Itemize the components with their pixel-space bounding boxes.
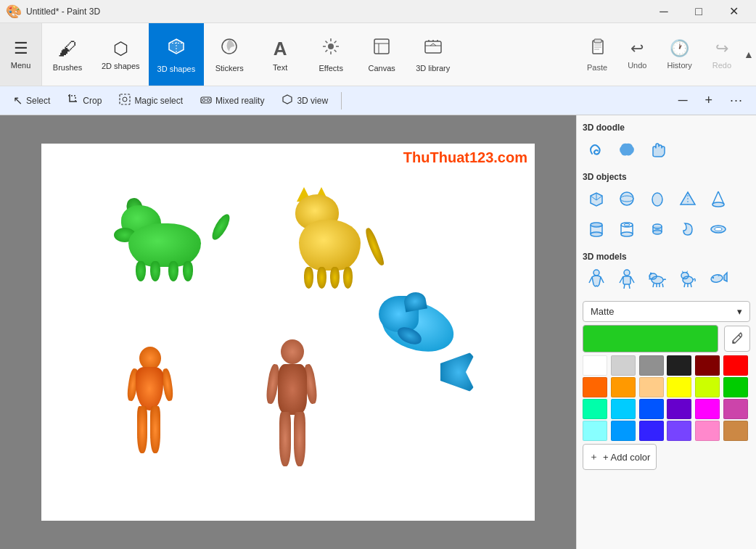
tab-3dshapes[interactable]: 3D shapes (149, 23, 205, 86)
mixed-reality-button[interactable]: Mixed reality (193, 89, 271, 112)
brown-male-figure[interactable] (266, 339, 317, 492)
plus-icon: ＋ (589, 450, 599, 463)
tab-stickers[interactable]: Stickers (204, 23, 255, 86)
color-pink[interactable] (723, 399, 748, 419)
svg-point-33 (621, 223, 633, 227)
orange-female-figure[interactable] (128, 347, 172, 492)
maximize-button[interactable]: □ (682, 0, 715, 23)
objects-shapes-grid (583, 185, 750, 243)
doodle-shape-hand[interactable] (644, 136, 671, 163)
3d-cylinder-shape[interactable] (583, 215, 610, 243)
minimize-button[interactable]: ─ (647, 0, 681, 23)
tab-canvas[interactable]: Canvas (356, 23, 407, 86)
3dlibrary-label: 3D library (416, 64, 450, 73)
3d-pyramid-shape[interactable] (674, 185, 702, 212)
3d-cube-shape[interactable] (583, 185, 610, 212)
color-peach[interactable] (639, 377, 664, 397)
paint-canvas[interactable]: ThuThuat123.com (41, 144, 535, 521)
3dshapes-icon (166, 36, 186, 62)
svg-line-46 (589, 277, 592, 283)
svg-point-35 (621, 232, 633, 236)
model-cat[interactable] (674, 265, 702, 292)
doodle-section: 3D doodle (583, 123, 750, 166)
color-red[interactable] (723, 355, 748, 376)
color-light-gray[interactable] (611, 355, 636, 376)
3d-cone-shape[interactable] (704, 185, 732, 212)
model-dog[interactable] (644, 265, 671, 292)
menu-tab[interactable]: ☰ Menu (0, 23, 42, 86)
canvas-area[interactable]: ThuThuat123.com (0, 115, 576, 549)
crop-button[interactable]: Crop (60, 89, 109, 112)
color-cyan[interactable] (611, 399, 636, 419)
color-orange[interactable] (583, 377, 607, 397)
3d-egg-shape[interactable] (644, 185, 671, 212)
doodle-shape-blob[interactable] (613, 136, 641, 163)
color-dark-red[interactable] (695, 355, 720, 376)
tab-2dshapes[interactable]: ⬡ 2D shapes (93, 23, 149, 86)
color-yellow[interactable] (667, 377, 691, 397)
3d-torus-shape[interactable] (704, 215, 732, 243)
color-purple[interactable] (667, 421, 691, 441)
yellow-cat[interactable] (281, 180, 382, 289)
canvas-scroll[interactable]: ThuThuat123.com (0, 115, 576, 549)
more-options-button[interactable]: ··· (723, 89, 750, 112)
dog-leg1 (136, 261, 146, 281)
magic-select-button[interactable]: Magic select (112, 89, 190, 112)
select-button[interactable]: ↖ Select (6, 89, 57, 112)
titlebar: 🎨 Untitled* - Paint 3D ─ □ ✕ (0, 0, 756, 23)
svg-point-68 (712, 277, 714, 278)
color-blue[interactable] (639, 399, 664, 419)
redo-icon: ↪ (715, 39, 728, 58)
color-yellow-green[interactable] (695, 377, 720, 397)
tab-effects[interactable]: Effects (305, 23, 356, 86)
color-preview-bar (583, 325, 750, 352)
doodle-shape-curl[interactable] (583, 136, 610, 163)
color-light-pink[interactable] (695, 421, 720, 441)
material-dropdown[interactable]: Matte ▾ (583, 301, 750, 322)
3d-hollow-cylinder-shape[interactable] (613, 215, 641, 243)
history-icon: 🕐 (670, 39, 689, 58)
paste-action[interactable]: Paste (577, 23, 617, 86)
color-white[interactable] (583, 355, 607, 376)
crop-icon (67, 94, 79, 107)
menu-icon: ☰ (14, 39, 28, 58)
3d-view-button[interactable]: 3D view (274, 89, 335, 112)
color-indigo[interactable] (667, 399, 691, 419)
color-light-teal[interactable] (583, 421, 607, 441)
color-teal[interactable] (583, 399, 607, 419)
model-fish[interactable] (704, 265, 732, 292)
model-person-male[interactable] (613, 265, 641, 292)
3d-sphere-shape[interactable] (613, 185, 641, 212)
color-magenta[interactable] (695, 399, 720, 419)
app-title: Untitled* - Paint 3D (26, 7, 100, 17)
zoom-out-button[interactable]: ─ (671, 89, 695, 112)
green-dog[interactable] (114, 187, 230, 281)
color-tan[interactable] (723, 421, 748, 441)
main-area: ThuThuat123.com (0, 115, 756, 549)
add-color-button[interactable]: ＋ + Add color (583, 444, 657, 470)
undo-action[interactable]: ↩ Undo (617, 23, 657, 86)
eyedropper-button[interactable] (724, 326, 750, 352)
models-section: 3D models (583, 252, 750, 295)
color-gray[interactable] (639, 355, 664, 376)
mixed-reality-label: Mixed reality (215, 96, 264, 106)
close-button[interactable]: ✕ (717, 0, 750, 23)
active-color-swatch[interactable] (583, 325, 718, 352)
tab-brushes[interactable]: 🖌 Brushes (42, 23, 93, 86)
ribbon-collapse-button[interactable]: ▲ (741, 40, 756, 69)
color-sky[interactable] (611, 421, 636, 441)
redo-action[interactable]: ↪ Redo (702, 23, 741, 86)
color-black[interactable] (667, 355, 691, 376)
history-action[interactable]: 🕐 History (657, 23, 702, 86)
model-person-female[interactable] (583, 265, 610, 292)
zoom-in-button[interactable]: + (697, 89, 720, 112)
redo-label: Redo (712, 61, 731, 70)
tab-3dlibrary[interactable]: 3D library (407, 23, 459, 86)
color-dark-orange[interactable] (611, 377, 636, 397)
3d-crescent-shape[interactable] (674, 215, 702, 243)
color-violet[interactable] (639, 421, 664, 441)
blue-fish[interactable] (375, 289, 477, 397)
color-green[interactable] (723, 377, 748, 397)
tab-text[interactable]: A Text (255, 23, 305, 86)
3d-capsule-shape[interactable] (644, 215, 671, 243)
